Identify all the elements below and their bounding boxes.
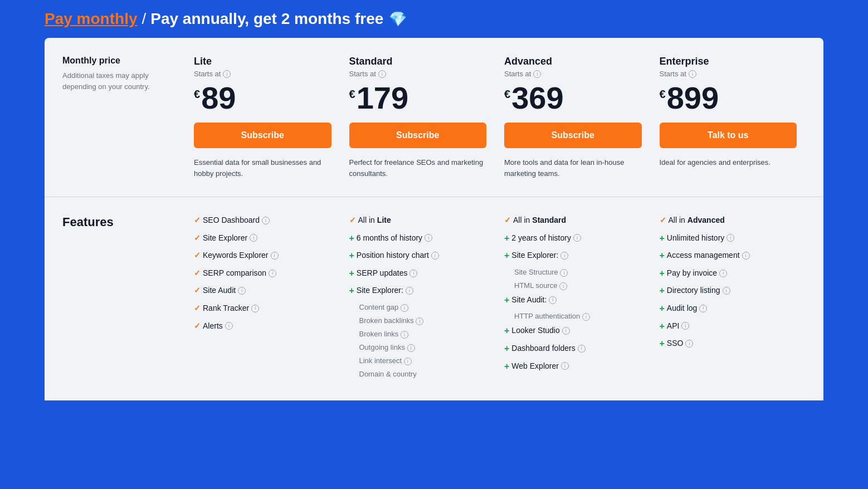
feature-sub-broken-backlinks: Broken backlinks i bbox=[349, 316, 487, 325]
top-bar: Pay monthly / Pay annually, get 2 months… bbox=[0, 0, 868, 38]
info-icon-web-explorer[interactable]: i bbox=[561, 362, 569, 370]
annual-label: Pay annually, get 2 months free bbox=[150, 10, 383, 28]
pricing-section: Monthly price Additional taxes may apply… bbox=[45, 38, 823, 197]
info-icon-keywords-explorer[interactable]: i bbox=[271, 252, 279, 260]
info-icon-outgoing-links[interactable]: i bbox=[407, 344, 415, 352]
info-icon-serp-comparison[interactable]: i bbox=[269, 270, 276, 277]
info-icon-html-source[interactable]: i bbox=[559, 282, 567, 290]
amount-lite: 89 bbox=[201, 82, 236, 114]
subscribe-standard-button[interactable]: Subscribe bbox=[349, 123, 487, 148]
features-label-col: Features bbox=[62, 215, 185, 383]
info-icon-audit-log[interactable]: i bbox=[699, 305, 707, 312]
check-icon-serp-comparison: ✓ bbox=[194, 268, 201, 279]
info-icon-standard[interactable]: i bbox=[378, 70, 386, 78]
feature-text-rank-tracker: Rank Tracker i bbox=[203, 303, 259, 314]
info-icon-broken-links[interactable]: i bbox=[401, 331, 408, 339]
info-icon-pay-by-invoice[interactable]: i bbox=[719, 270, 727, 277]
talk-to-us-button[interactable]: Talk to us bbox=[660, 123, 797, 148]
pay-monthly-link[interactable]: Pay monthly bbox=[45, 10, 137, 28]
feature-sub-link-intersect: Link intersect i bbox=[349, 356, 487, 365]
info-icon-looker-studio[interactable]: i bbox=[562, 327, 570, 335]
main-card: Monthly price Additional taxes may apply… bbox=[45, 38, 823, 400]
check-icon-rank-tracker: ✓ bbox=[194, 303, 201, 314]
currency-lite: € bbox=[194, 88, 200, 101]
plan-lite-starts-at: Starts at i bbox=[194, 70, 331, 78]
feature-text-looker-studio: Looker Studio i bbox=[511, 325, 569, 336]
plus-icon-pay-by-invoice: + bbox=[660, 268, 665, 278]
feature-text-pay-by-invoice: Pay by invoice i bbox=[667, 268, 727, 279]
diamond-icon: 💎 bbox=[389, 11, 407, 28]
info-icon-6-months[interactable]: i bbox=[425, 234, 432, 242]
info-icon-advanced[interactable]: i bbox=[533, 70, 541, 78]
plus-icon-audit-log: + bbox=[660, 303, 665, 314]
plan-enterprise-name: Enterprise bbox=[660, 56, 797, 67]
plan-advanced-price: € 369 bbox=[504, 82, 642, 114]
info-icon-site-audit[interactable]: i bbox=[238, 287, 246, 295]
plan-enterprise-starts-at: Starts at i bbox=[660, 70, 797, 78]
info-icon-http-auth[interactable]: i bbox=[582, 313, 590, 321]
feature-text-dashboard-folders: Dashboard folders i bbox=[511, 343, 585, 354]
lite-feature-serp-comparison: ✓ SERP comparison i bbox=[194, 268, 331, 279]
feature-text-2-years: 2 years of history i bbox=[511, 233, 581, 244]
enterprise-feature-api: + API i bbox=[660, 321, 797, 332]
check-icon-site-audit: ✓ bbox=[194, 285, 201, 296]
plus-icon-access-management: + bbox=[660, 250, 665, 261]
plan-advanced-name: Advanced bbox=[504, 56, 642, 67]
info-icon-alerts[interactable]: i bbox=[225, 322, 233, 330]
plus-icon-6-months: + bbox=[349, 233, 354, 243]
info-icon-directory-listing[interactable]: i bbox=[723, 287, 730, 295]
feature-text-seo-dashboard: SEO Dashboard i bbox=[203, 215, 270, 226]
enterprise-feature-access-management: + Access management i bbox=[660, 250, 797, 261]
plus-icon-dashboard-folders: + bbox=[504, 343, 509, 354]
info-icon-unlimited-history[interactable]: i bbox=[726, 234, 734, 242]
plan-advanced-desc: More tools and data for lean in-house ma… bbox=[504, 157, 642, 179]
info-icon-advanced-site-audit[interactable]: i bbox=[549, 296, 557, 304]
info-icon-content-gap[interactable]: i bbox=[401, 304, 408, 312]
info-icon-site-structure[interactable]: i bbox=[560, 269, 568, 277]
info-icon-standard-site-explorer[interactable]: i bbox=[406, 287, 413, 295]
feature-text-all-in-lite: All in Lite bbox=[358, 215, 391, 226]
feature-text-site-audit: Site Audit i bbox=[203, 285, 246, 296]
info-icon-broken-backlinks[interactable]: i bbox=[416, 317, 423, 325]
monthly-price-note: Additional taxes may apply depending on … bbox=[62, 70, 176, 92]
plus-icon-position-chart: + bbox=[349, 250, 354, 261]
enterprise-feature-pay-by-invoice: + Pay by invoice i bbox=[660, 268, 797, 279]
info-icon-serp-updates[interactable]: i bbox=[409, 270, 417, 277]
subscribe-lite-button[interactable]: Subscribe bbox=[194, 123, 331, 148]
info-icon-api[interactable]: i bbox=[681, 322, 689, 330]
standard-feature-6-months: + 6 months of history i bbox=[349, 233, 487, 244]
info-icon-rank-tracker[interactable]: i bbox=[251, 305, 259, 312]
info-icon-seo-dashboard[interactable]: i bbox=[262, 217, 270, 224]
feature-sub-domain-country: Domain & country bbox=[349, 370, 487, 378]
lite-feature-rank-tracker: ✓ Rank Tracker i bbox=[194, 303, 331, 314]
plan-enterprise-desc: Ideal for agencies and enterprises. bbox=[660, 157, 797, 168]
lite-feature-alerts: ✓ Alerts i bbox=[194, 321, 331, 332]
check-icon-site-explorer: ✓ bbox=[194, 233, 201, 244]
feature-text-serp-comparison: SERP comparison i bbox=[203, 268, 276, 279]
info-icon-advanced-site-explorer[interactable]: i bbox=[560, 252, 568, 260]
info-icon-lite[interactable]: i bbox=[223, 70, 231, 78]
advanced-feature-dashboard-folders: + Dashboard folders i bbox=[504, 343, 642, 354]
lite-feature-site-audit: ✓ Site Audit i bbox=[194, 285, 331, 296]
info-icon-dashboard-folders[interactable]: i bbox=[578, 345, 586, 353]
info-icon-access-management[interactable]: i bbox=[742, 252, 750, 260]
enterprise-feature-audit-log: + Audit log i bbox=[660, 303, 797, 314]
info-icon-position-chart[interactable]: i bbox=[431, 252, 439, 260]
feature-text-position-chart: Position history chart i bbox=[357, 250, 439, 261]
standard-feature-site-explorer: + Site Explorer: i bbox=[349, 285, 487, 296]
standard-feature-all-in-lite: ✓ All in Lite bbox=[349, 215, 487, 226]
info-icon-site-explorer[interactable]: i bbox=[250, 234, 257, 242]
advanced-feature-site-explorer: + Site Explorer: i bbox=[504, 250, 642, 261]
info-icon-enterprise[interactable]: i bbox=[689, 70, 696, 78]
plus-icon-unlimited-history: + bbox=[660, 233, 665, 243]
info-icon-link-intersect[interactable]: i bbox=[404, 358, 412, 365]
subscribe-advanced-button[interactable]: Subscribe bbox=[504, 123, 642, 148]
standard-features-col: ✓ All in Lite + 6 months of history i + … bbox=[340, 215, 496, 383]
info-icon-2-years[interactable]: i bbox=[573, 234, 581, 242]
feature-text-6-months: 6 months of history i bbox=[357, 233, 432, 244]
lite-feature-seo-dashboard: ✓ SEO Dashboard i bbox=[194, 215, 331, 226]
info-icon-sso[interactable]: i bbox=[685, 340, 693, 348]
monthly-price-col: Monthly price Additional taxes may apply… bbox=[62, 56, 185, 179]
enterprise-feature-all-in-advanced: ✓ All in Advanced bbox=[660, 215, 797, 226]
monthly-price-label: Monthly price bbox=[62, 56, 176, 66]
